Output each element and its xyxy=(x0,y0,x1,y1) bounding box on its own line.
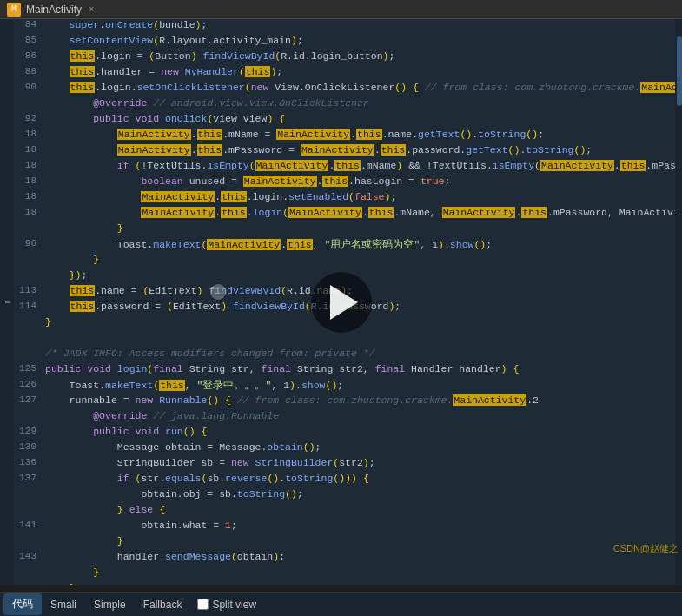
code-line-else: } else { xyxy=(14,504,682,520)
code-line-override1: @Override // android.view.View.OnClickLi… xyxy=(14,97,682,113)
code-line-129: 129 public void run() { xyxy=(14,426,682,441)
left-sidebar: r xyxy=(0,19,14,585)
code-line-18a: 18 MainActivity.this.mName = MainActivit… xyxy=(14,129,682,144)
tab-fallback[interactable]: Fallback xyxy=(135,595,191,614)
tab-smali[interactable]: Smali xyxy=(42,595,85,614)
code-line-close7: }; xyxy=(14,582,682,585)
code-line-127: 127 runnable = new Runnable() { // from … xyxy=(14,394,682,410)
code-line-close5: } xyxy=(14,535,682,551)
code-line-143: 143 handler.sendMessage(obtain); xyxy=(14,551,682,566)
code-line-obj: obtain.obj = sb.toString(); xyxy=(14,488,682,504)
split-view-checkbox[interactable] xyxy=(197,599,209,610)
code-line-86: 86 this.login = (Button) findViewById(R.… xyxy=(14,50,682,66)
code-line-18e: 18 MainActivity.this.login.setEnabled(fa… xyxy=(14,191,682,207)
code-line-136: 136 StringBuilder sb = new StringBuilder… xyxy=(14,457,682,473)
code-line-84: 84 super.onCreate(bundle); xyxy=(14,19,682,35)
code-editor: r 84 super.onCreate(bundle); 85 setConte… xyxy=(0,19,682,585)
window-title: MainActivity xyxy=(26,3,82,16)
code-line-18f: 18 MainActivity.this.login(MainActivity.… xyxy=(14,207,682,222)
code-line-jadx: /* JADX INFO: Access modifiers changed f… xyxy=(14,348,682,363)
code-line-130: 130 Message obtain = Message.obtain(); xyxy=(14,441,682,457)
split-view-toggle[interactable]: Split view xyxy=(190,595,263,614)
scrollbar[interactable] xyxy=(675,19,682,585)
code-line-18c: 18 if (!TextUtils.isEmpty(MainActivity.t… xyxy=(14,160,682,176)
split-view-label: Split view xyxy=(212,599,256,611)
code-line-18b: 18 MainActivity.this.mPassword = MainAct… xyxy=(14,144,682,160)
code-line-92: 92 public void onClick(View view) { xyxy=(14,113,682,129)
tab-code[interactable]: 代码 xyxy=(3,593,42,615)
scrollbar-thumb[interactable] xyxy=(677,36,682,106)
title-bar: M MainActivity × xyxy=(0,0,682,19)
code-line-88: 88 this.handler = new MyHandler(this); xyxy=(14,66,682,82)
code-line-blank1 xyxy=(14,332,682,348)
code-line-125: 125 public void login(final String str, … xyxy=(14,363,682,379)
tab-bar: 代码 Smali Simple Fallback Split view xyxy=(0,592,682,616)
close-button[interactable]: × xyxy=(89,4,95,15)
sidebar-label: r xyxy=(3,301,12,303)
tab-simple[interactable]: Simple xyxy=(85,595,135,614)
code-line-18d: 18 boolean unused = MainActivity.this.ha… xyxy=(14,176,682,191)
code-line-90: 90 this.login.setOnClickListener(new Vie… xyxy=(14,82,682,97)
app-icon: M xyxy=(7,3,21,17)
code-line-close6: } xyxy=(14,566,682,582)
play-button[interactable] xyxy=(311,272,372,333)
code-line-126: 126 Toast.makeText(this, "登录中。。。", 1).sh… xyxy=(14,379,682,394)
code-line-close1: } xyxy=(14,222,682,238)
code-line-override2: @Override // java.lang.Runnable xyxy=(14,410,682,426)
code-line-137: 137 if (str.equals(sb.reverse().toString… xyxy=(14,473,682,488)
code-line-141: 141 obtain.what = 1; xyxy=(14,520,682,535)
code-line-85: 85 setContentView(R.layout.activity_main… xyxy=(14,35,682,50)
watermark-text: CSDN@赵健之 xyxy=(613,542,679,555)
code-line-close2: } xyxy=(14,254,682,269)
code-line-96: 96 Toast.makeText(MainActivity.this, "用户… xyxy=(14,238,682,254)
